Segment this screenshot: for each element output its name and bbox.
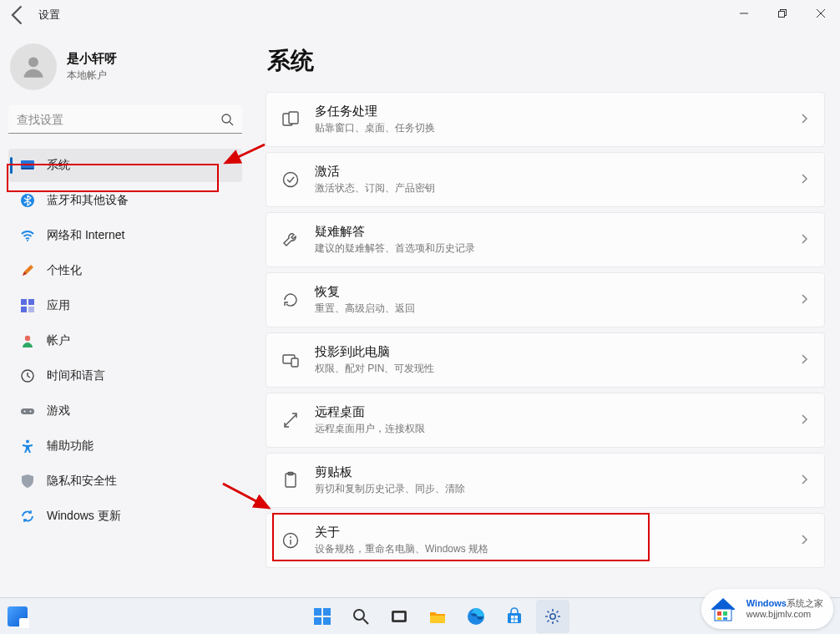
svg-rect-52 — [723, 611, 727, 616]
svg-rect-42 — [393, 612, 405, 621]
svg-point-20 — [24, 411, 26, 413]
folder-icon — [428, 607, 447, 626]
svg-rect-53 — [717, 617, 721, 620]
main-content: 系统 多任务处理贴靠窗口、桌面、任务切换 激活激活状态、订阅、产品密钥 疑难解答… — [250, 30, 840, 634]
search-input[interactable] — [8, 105, 242, 134]
sidebar-item-windows-update[interactable]: Windows 更新 — [8, 500, 242, 533]
svg-rect-15 — [21, 307, 27, 312]
svg-rect-35 — [323, 608, 331, 616]
person-icon — [20, 333, 35, 348]
system-icon — [20, 158, 35, 173]
title-bar: 设置 — [0, 0, 840, 30]
sidebar-item-time-language[interactable]: 时间和语言 — [8, 359, 242, 393]
card-title: 关于 — [315, 525, 488, 540]
task-view-button[interactable] — [382, 600, 416, 633]
card-about[interactable]: 关于设备规格，重命名电脑、Windows 规格 — [266, 513, 825, 568]
taskbar-widgets-button[interactable] — [0, 598, 35, 635]
watermark-line1: Windows系统之家 — [746, 598, 823, 609]
chevron-right-icon — [799, 172, 809, 187]
gamepad-icon — [20, 403, 35, 418]
sidebar-item-label: 时间和语言 — [47, 368, 105, 383]
sidebar-item-label: 蓝牙和其他设备 — [47, 193, 129, 208]
svg-rect-46 — [515, 616, 519, 619]
sidebar-item-system[interactable]: 系统 — [8, 149, 242, 182]
card-sub: 设备规格，重命名电脑、Windows 规格 — [315, 542, 488, 556]
card-multitasking[interactable]: 多任务处理贴靠窗口、桌面、任务切换 — [266, 92, 825, 147]
svg-rect-45 — [511, 616, 514, 619]
card-title: 多任务处理 — [315, 104, 435, 119]
card-sub: 权限、配对 PIN、可发现性 — [315, 362, 434, 376]
sidebar-item-apps[interactable]: 应用 — [8, 289, 242, 322]
watermark: Windows系统之家 www.bjjmlv.com — [701, 589, 833, 629]
sidebar-item-network[interactable]: 网络和 Internet — [8, 219, 242, 252]
svg-rect-2 — [779, 12, 785, 18]
windows-logo-icon — [313, 607, 331, 626]
close-button[interactable] — [802, 0, 840, 27]
card-title: 剪贴板 — [315, 464, 465, 480]
sidebar-item-accounts[interactable]: 帐户 — [8, 324, 242, 358]
svg-rect-48 — [515, 619, 519, 622]
watermark-line2: www.bjjmlv.com — [746, 609, 823, 620]
update-icon — [20, 509, 35, 524]
sidebar-item-bluetooth[interactable]: 蓝牙和其他设备 — [8, 184, 242, 217]
card-sub: 建议的疑难解答、首选项和历史记录 — [315, 241, 475, 256]
svg-rect-47 — [511, 619, 514, 622]
sidebar-item-label: 帐户 — [47, 333, 70, 348]
sidebar-item-personalization[interactable]: 个性化 — [8, 254, 242, 287]
svg-line-7 — [230, 122, 233, 125]
minimize-button[interactable] — [725, 0, 763, 27]
card-title: 投影到此电脑 — [315, 344, 434, 360]
search-icon — [352, 608, 369, 625]
accessibility-icon — [20, 439, 35, 454]
taskbar-search-button[interactable] — [344, 600, 377, 633]
taskbar-settings[interactable] — [536, 600, 569, 633]
chevron-right-icon — [799, 112, 809, 127]
svg-rect-44 — [508, 613, 521, 623]
card-clipboard[interactable]: 剪贴板剪切和复制历史记录、同步、清除 — [266, 453, 825, 508]
back-button[interactable] — [7, 3, 30, 27]
sidebar-item-accessibility[interactable]: 辅助功能 — [8, 429, 242, 463]
check-circle-icon — [281, 170, 300, 189]
bluetooth-icon — [20, 193, 35, 208]
taskbar-explorer[interactable] — [421, 600, 454, 633]
profile-block[interactable]: 是小轩呀 本地帐户 — [8, 43, 242, 90]
svg-rect-10 — [22, 168, 33, 169]
card-troubleshoot[interactable]: 疑难解答建议的疑难解答、首选项和历史记录 — [266, 212, 825, 267]
svg-point-5 — [28, 57, 38, 67]
search-icon[interactable] — [220, 113, 234, 126]
card-sub: 远程桌面用户，连接权限 — [315, 422, 425, 436]
start-button[interactable] — [306, 600, 339, 633]
sidebar-item-privacy[interactable]: 隐私和安全性 — [8, 464, 242, 498]
maximize-button[interactable] — [763, 0, 802, 27]
card-title: 远程桌面 — [315, 404, 425, 420]
brush-icon — [20, 263, 35, 278]
card-recovery[interactable]: 恢复重置、高级启动、返回 — [266, 272, 825, 327]
widgets-icon — [8, 606, 28, 626]
nav-list: 系统 蓝牙和其他设备 网络和 Internet 个性化 应用 — [8, 149, 242, 533]
svg-point-21 — [30, 411, 32, 413]
svg-point-12 — [27, 240, 28, 241]
card-sub: 激活状态、订阅、产品密钥 — [315, 181, 435, 195]
edge-icon — [467, 607, 485, 626]
svg-point-22 — [26, 440, 29, 444]
info-icon — [281, 531, 300, 550]
apps-icon — [20, 298, 35, 313]
svg-point-38 — [354, 610, 364, 620]
remote-icon — [281, 411, 300, 429]
sidebar-item-gaming[interactable]: 游戏 — [8, 394, 242, 428]
svg-point-17 — [25, 336, 30, 341]
taskbar-store[interactable] — [498, 600, 531, 633]
window-title: 设置 — [38, 8, 60, 23]
wifi-icon — [20, 228, 35, 243]
sidebar-item-label: 辅助功能 — [47, 439, 94, 454]
task-view-icon — [391, 608, 407, 625]
taskbar-edge[interactable] — [459, 600, 493, 633]
sidebar-item-label: 网络和 Internet — [47, 228, 124, 243]
card-projecting[interactable]: 投影到此电脑权限、配对 PIN、可发现性 — [266, 332, 825, 388]
avatar — [10, 43, 57, 90]
card-activation[interactable]: 激活激活状态、订阅、产品密钥 — [266, 152, 825, 207]
svg-rect-13 — [21, 299, 27, 305]
profile-sub: 本地帐户 — [67, 68, 117, 83]
profile-name: 是小轩呀 — [67, 51, 117, 67]
card-remote-desktop[interactable]: 远程桌面远程桌面用户，连接权限 — [266, 393, 825, 448]
